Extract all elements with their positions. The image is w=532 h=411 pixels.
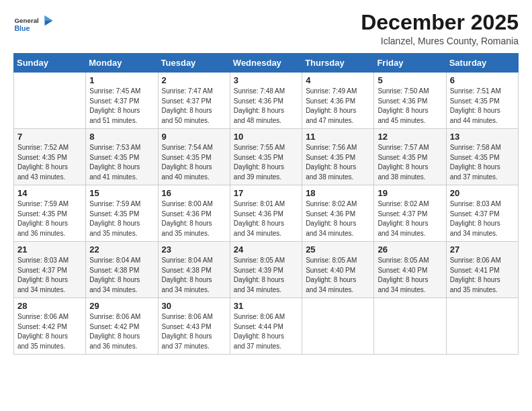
calendar-week-row: 21Sunrise: 8:03 AMSunset: 4:37 PMDayligh… xyxy=(14,242,519,298)
day-number: 25 xyxy=(306,244,370,255)
calendar-cell: 9Sunrise: 7:54 AMSunset: 4:35 PMDaylight… xyxy=(158,129,230,185)
day-number: 28 xyxy=(17,301,82,311)
day-detail: Sunrise: 8:06 AMSunset: 4:41 PMDaylight:… xyxy=(450,256,515,295)
calendar-cell xyxy=(14,73,86,129)
calendar-cell xyxy=(302,298,374,355)
day-detail: Sunrise: 7:50 AMSunset: 4:36 PMDaylight:… xyxy=(378,87,442,126)
calendar-cell: 2Sunrise: 7:47 AMSunset: 4:37 PMDaylight… xyxy=(158,73,230,129)
calendar-cell: 12Sunrise: 7:57 AMSunset: 4:35 PMDayligh… xyxy=(374,129,446,185)
col-header-saturday: Saturday xyxy=(446,54,518,73)
calendar-cell: 5Sunrise: 7:50 AMSunset: 4:36 PMDaylight… xyxy=(374,73,446,129)
day-detail: Sunrise: 7:57 AMSunset: 4:35 PMDaylight:… xyxy=(378,143,442,182)
day-number: 9 xyxy=(162,132,226,142)
day-detail: Sunrise: 8:04 AMSunset: 4:38 PMDaylight:… xyxy=(162,256,226,295)
day-number: 27 xyxy=(450,244,515,255)
day-number: 22 xyxy=(89,244,154,255)
day-detail: Sunrise: 8:05 AMSunset: 4:40 PMDaylight:… xyxy=(378,256,442,295)
title-block: December 2025 Iclanzel, Mures County, Ro… xyxy=(361,11,519,46)
day-detail: Sunrise: 8:04 AMSunset: 4:38 PMDaylight:… xyxy=(89,256,154,295)
calendar-header-row: SundayMondayTuesdayWednesdayThursdayFrid… xyxy=(14,54,519,73)
calendar-week-row: 1Sunrise: 7:45 AMSunset: 4:37 PMDaylight… xyxy=(14,73,519,129)
day-number: 1 xyxy=(89,75,154,85)
day-number: 16 xyxy=(162,188,226,198)
logo-svg: General Blue xyxy=(13,11,54,38)
calendar-cell: 25Sunrise: 8:05 AMSunset: 4:40 PMDayligh… xyxy=(302,242,374,298)
calendar-cell: 14Sunrise: 7:59 AMSunset: 4:35 PMDayligh… xyxy=(14,185,86,242)
col-header-sunday: Sunday xyxy=(14,54,86,73)
day-number: 18 xyxy=(306,188,370,198)
day-detail: Sunrise: 8:02 AMSunset: 4:37 PMDaylight:… xyxy=(378,199,442,238)
calendar-cell: 4Sunrise: 7:49 AMSunset: 4:36 PMDaylight… xyxy=(302,73,374,129)
calendar-cell: 22Sunrise: 8:04 AMSunset: 4:38 PMDayligh… xyxy=(86,242,158,298)
day-detail: Sunrise: 8:00 AMSunset: 4:36 PMDaylight:… xyxy=(162,199,226,238)
calendar-cell xyxy=(446,298,518,355)
calendar-cell: 6Sunrise: 7:51 AMSunset: 4:35 PMDaylight… xyxy=(446,73,518,129)
day-number: 7 xyxy=(17,132,82,142)
calendar-cell: 1Sunrise: 7:45 AMSunset: 4:37 PMDaylight… xyxy=(86,73,158,129)
day-number: 6 xyxy=(450,75,515,85)
day-detail: Sunrise: 7:59 AMSunset: 4:35 PMDaylight:… xyxy=(89,199,154,238)
day-number: 13 xyxy=(450,132,515,142)
day-number: 3 xyxy=(234,75,298,85)
calendar-week-row: 7Sunrise: 7:52 AMSunset: 4:35 PMDaylight… xyxy=(14,129,519,185)
month-title: December 2025 xyxy=(361,11,519,34)
day-detail: Sunrise: 7:56 AMSunset: 4:35 PMDaylight:… xyxy=(306,143,370,182)
calendar-cell: 13Sunrise: 7:58 AMSunset: 4:35 PMDayligh… xyxy=(446,129,518,185)
day-number: 24 xyxy=(234,244,298,255)
day-detail: Sunrise: 7:55 AMSunset: 4:35 PMDaylight:… xyxy=(234,143,298,182)
day-number: 19 xyxy=(378,188,442,198)
svg-marker-3 xyxy=(45,15,53,21)
calendar-cell: 7Sunrise: 7:52 AMSunset: 4:35 PMDaylight… xyxy=(14,129,86,185)
day-number: 8 xyxy=(89,132,154,142)
day-detail: Sunrise: 7:47 AMSunset: 4:37 PMDaylight:… xyxy=(162,87,226,126)
header: General Blue December 2025 Iclanzel, Mur… xyxy=(13,11,519,46)
day-detail: Sunrise: 7:59 AMSunset: 4:35 PMDaylight:… xyxy=(17,199,82,238)
day-detail: Sunrise: 7:58 AMSunset: 4:35 PMDaylight:… xyxy=(450,143,515,182)
day-detail: Sunrise: 8:06 AMSunset: 4:42 PMDaylight:… xyxy=(17,312,82,351)
day-detail: Sunrise: 8:03 AMSunset: 4:37 PMDaylight:… xyxy=(17,256,82,295)
day-number: 11 xyxy=(306,132,370,142)
calendar-cell: 18Sunrise: 8:02 AMSunset: 4:36 PMDayligh… xyxy=(302,185,374,242)
day-detail: Sunrise: 7:49 AMSunset: 4:36 PMDaylight:… xyxy=(306,87,370,126)
day-detail: Sunrise: 7:52 AMSunset: 4:35 PMDaylight:… xyxy=(17,143,82,182)
day-detail: Sunrise: 8:03 AMSunset: 4:37 PMDaylight:… xyxy=(450,199,515,238)
col-header-thursday: Thursday xyxy=(302,54,374,73)
calendar-cell: 30Sunrise: 8:06 AMSunset: 4:43 PMDayligh… xyxy=(158,298,230,355)
calendar-cell: 17Sunrise: 8:01 AMSunset: 4:36 PMDayligh… xyxy=(230,185,302,242)
calendar-cell: 31Sunrise: 8:06 AMSunset: 4:44 PMDayligh… xyxy=(230,298,302,355)
location-title: Iclanzel, Mures County, Romania xyxy=(361,36,519,46)
day-number: 14 xyxy=(17,188,82,198)
day-number: 21 xyxy=(17,244,82,255)
calendar-cell: 21Sunrise: 8:03 AMSunset: 4:37 PMDayligh… xyxy=(14,242,86,298)
day-number: 5 xyxy=(378,75,442,85)
col-header-wednesday: Wednesday xyxy=(230,54,302,73)
calendar-cell: 24Sunrise: 8:05 AMSunset: 4:39 PMDayligh… xyxy=(230,242,302,298)
svg-text:Blue: Blue xyxy=(15,24,30,32)
calendar-cell: 27Sunrise: 8:06 AMSunset: 4:41 PMDayligh… xyxy=(446,242,518,298)
day-detail: Sunrise: 8:06 AMSunset: 4:44 PMDaylight:… xyxy=(234,312,298,351)
calendar-week-row: 28Sunrise: 8:06 AMSunset: 4:42 PMDayligh… xyxy=(14,298,519,355)
day-detail: Sunrise: 7:53 AMSunset: 4:35 PMDaylight:… xyxy=(89,143,154,182)
calendar-cell: 23Sunrise: 8:04 AMSunset: 4:38 PMDayligh… xyxy=(158,242,230,298)
day-detail: Sunrise: 8:05 AMSunset: 4:39 PMDaylight:… xyxy=(234,256,298,295)
day-detail: Sunrise: 8:02 AMSunset: 4:36 PMDaylight:… xyxy=(306,199,370,238)
calendar-cell: 28Sunrise: 8:06 AMSunset: 4:42 PMDayligh… xyxy=(14,298,86,355)
day-detail: Sunrise: 7:54 AMSunset: 4:35 PMDaylight:… xyxy=(162,143,226,182)
calendar-cell: 26Sunrise: 8:05 AMSunset: 4:40 PMDayligh… xyxy=(374,242,446,298)
day-number: 15 xyxy=(89,188,154,198)
day-number: 10 xyxy=(234,132,298,142)
col-header-tuesday: Tuesday xyxy=(158,54,230,73)
day-detail: Sunrise: 8:06 AMSunset: 4:42 PMDaylight:… xyxy=(89,312,154,351)
day-number: 12 xyxy=(378,132,442,142)
day-number: 23 xyxy=(162,244,226,255)
page: General Blue December 2025 Iclanzel, Mur… xyxy=(0,0,532,411)
svg-text:General: General xyxy=(15,17,40,24)
day-detail: Sunrise: 7:51 AMSunset: 4:35 PMDaylight:… xyxy=(450,87,515,126)
calendar-cell: 10Sunrise: 7:55 AMSunset: 4:35 PMDayligh… xyxy=(230,129,302,185)
logo: General Blue xyxy=(13,11,54,38)
calendar-cell: 19Sunrise: 8:02 AMSunset: 4:37 PMDayligh… xyxy=(374,185,446,242)
col-header-friday: Friday xyxy=(374,54,446,73)
day-detail: Sunrise: 8:06 AMSunset: 4:43 PMDaylight:… xyxy=(162,312,226,351)
day-detail: Sunrise: 8:01 AMSunset: 4:36 PMDaylight:… xyxy=(234,199,298,238)
day-detail: Sunrise: 8:05 AMSunset: 4:40 PMDaylight:… xyxy=(306,256,370,295)
